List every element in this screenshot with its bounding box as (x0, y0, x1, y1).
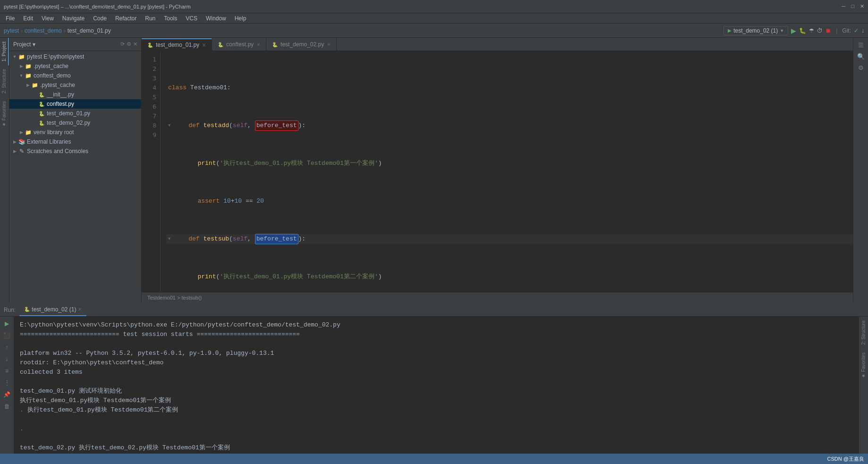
stop-btn[interactable]: ⏹ (825, 27, 831, 34)
tab-test01-close[interactable]: ✕ (202, 43, 206, 48)
conftest-demo-icon: 📁 (25, 73, 32, 79)
menu-code[interactable]: Code (89, 14, 111, 23)
debug-btn[interactable]: 🐛 (799, 27, 806, 34)
git-label: Git: (842, 27, 851, 34)
menu-run[interactable]: Run (141, 14, 159, 23)
close-btn[interactable]: ✕ (860, 3, 864, 9)
menubar: File Edit View Navigate Code Refactor Ru… (0, 13, 868, 24)
run-tab-close[interactable]: ✕ (78, 307, 82, 312)
scratches-arrow: ▶ (11, 149, 18, 154)
tree-conftest-demo-label: conftest_demo (34, 72, 71, 79)
run-structure-label[interactable]: 2: Structure (859, 317, 868, 349)
run-output-line-7 (20, 377, 853, 387)
tree-scratches[interactable]: ▶ ✎ Scratches and Consoles (9, 146, 141, 156)
venv-icon: 📁 (25, 129, 32, 136)
code-content[interactable]: class Testdemo01: ▼ def testadd(self, be… (161, 51, 853, 292)
venv-arrow: ▶ (18, 130, 25, 135)
run-output-line-10: . 执行test_demo_01.py模块 Testdemo01第二个案例 (20, 405, 853, 415)
rt-icon-2[interactable]: 🔍 (855, 51, 867, 61)
conftest-py-icon: 🐍 (38, 102, 45, 107)
code-editor[interactable]: 1 2 3 4 5 6 7 8 9 class Testdemo01: ▼ de… (142, 51, 853, 292)
tab-test-demo-01[interactable]: 🐍 test_demo_01.py ✕ (142, 38, 212, 51)
tree-ext-libs[interactable]: ▶ 📚 External Libraries (9, 137, 141, 146)
run-stop-icon[interactable]: ⬛ (2, 330, 12, 341)
tree-conftest-demo[interactable]: ▼ 📁 conftest_demo (9, 71, 141, 80)
tree-init-py[interactable]: 🐍 __init__.py (9, 90, 141, 99)
menu-view[interactable]: View (38, 14, 58, 23)
tab-test02-close[interactable]: ✕ (327, 42, 331, 47)
menu-navigate[interactable]: Navigate (59, 14, 88, 23)
tab-test-demo-02[interactable]: 🐍 test_demo_02.py ✕ (266, 38, 337, 51)
tree-inner-pytest-cache[interactable]: ▶ 📁 .pytest_cache (9, 80, 141, 90)
editor-status: Testdemo01 > testsub() (142, 292, 853, 302)
rt-icon-3[interactable]: ⚙ (855, 62, 867, 73)
settings-icon[interactable]: ⚙ (127, 41, 131, 47)
sync-icon[interactable]: ⟳ (120, 41, 125, 47)
pytest-cache-arrow: ▶ (18, 64, 25, 69)
run-play-icon[interactable]: ▶ (2, 318, 12, 329)
profile-btn[interactable]: ⏱ (817, 27, 823, 34)
tree-pytest-cache-label: .pytest_cache (34, 63, 68, 69)
run-favorites-label[interactable]: ★ Favorites (859, 349, 868, 382)
line-numbers: 1 2 3 4 5 6 7 8 9 (142, 51, 161, 292)
menu-refactor[interactable]: Refactor (111, 14, 140, 23)
breadcrumb-conftest-demo[interactable]: conftest_demo (25, 27, 62, 34)
run-tab-bar: Run: 🐍 test_demo_02 (1) ✕ (0, 303, 868, 317)
run-delete-icon[interactable]: 🗑 (2, 401, 12, 412)
tree-test-demo-01[interactable]: 🐍 test_demo_01.py (9, 109, 141, 118)
structure-tab-label[interactable]: 2: Structure (0, 65, 9, 97)
breadcrumb-sep1: › (21, 27, 23, 34)
menu-vcs[interactable]: VCS (182, 14, 201, 23)
dropdown-arrow-icon: ▼ (780, 28, 784, 33)
tab-conftest-close[interactable]: ✕ (256, 42, 260, 47)
run-tab-test02[interactable]: 🐍 test_demo_02 (1) ✕ (19, 304, 86, 316)
rt-icon-1[interactable]: ☰ (855, 40, 867, 50)
code-line-6: print('执行test_demo_01.py模块 Testdemo01第二个… (166, 272, 853, 282)
tree-conftest-py[interactable]: 🐍 conftest.py (9, 99, 141, 109)
menu-help[interactable]: Help (231, 14, 250, 23)
run-output-line-6: collected 3 items (20, 368, 853, 377)
conftest-demo-arrow: ▼ (18, 73, 25, 78)
run-label: Run: (4, 307, 16, 313)
tab-conftest[interactable]: 🐍 conftest.py ✕ (212, 38, 266, 51)
run-filter-icon[interactable]: ≡ (2, 366, 12, 376)
ext-libs-icon: 📚 (18, 138, 26, 145)
favorites-tab-label[interactable]: ★ Favorites (0, 97, 9, 131)
close-panel-icon[interactable]: ✕ (133, 41, 137, 47)
tree-scratches-label: Scratches and Consoles (27, 148, 88, 155)
run-config-dropdown[interactable]: ▶ test_demo_02 (1) ▼ (723, 26, 788, 35)
maximize-btn[interactable]: □ (851, 3, 854, 9)
code-line-3: print('执行test_demo_01.py模块 Testdemo01第一个… (166, 159, 853, 168)
menu-window[interactable]: Window (202, 14, 230, 23)
tree-root[interactable]: ▼ 📁 pytest E:\python\pytest (9, 52, 141, 61)
menu-tools[interactable]: Tools (160, 14, 181, 23)
root-arrow-icon: ▼ (11, 54, 18, 59)
minimize-btn[interactable]: ─ (842, 3, 846, 9)
tab-bar: 🐍 test_demo_01.py ✕ 🐍 conftest.py ✕ 🐍 te… (142, 38, 853, 51)
tree-venv[interactable]: ▶ 📁 venv library root (9, 128, 141, 137)
git-checkmark[interactable]: ✓ (854, 27, 859, 34)
menu-edit[interactable]: Edit (19, 14, 37, 23)
menu-file[interactable]: File (2, 14, 18, 23)
code-line-4: assert 10+10 == 20 (166, 197, 853, 206)
run-output-line-13 (20, 434, 853, 443)
breadcrumb-file[interactable]: test_demo_01.py (68, 27, 111, 34)
run-list-icon[interactable]: ⋮ (2, 378, 12, 388)
run-scroll-up-icon[interactable]: ↑ (2, 342, 12, 352)
run-pin-icon[interactable]: 📌 (2, 389, 12, 400)
code-line-2: ▼ def testadd(self, before_test): (166, 121, 853, 130)
run-with-coverage-btn[interactable]: ☂ (809, 27, 814, 34)
project-tab-label[interactable]: 1: Project (0, 38, 9, 65)
git-update-btn[interactable]: ↓ (861, 27, 864, 34)
main-layout: 1: Project 2: Structure ★ Favorites Proj… (0, 38, 868, 302)
run-play-btn[interactable]: ▶ (791, 27, 796, 34)
tree-pytest-cache[interactable]: ▶ 📁 .pytest_cache (9, 61, 141, 71)
code-line-1: class Testdemo01: (166, 83, 853, 93)
run-output-line-14: test_demo_02.py 执行test_demo_02.py模块 Test… (20, 443, 853, 453)
tree-test-demo-02[interactable]: 🐍 test_demo_02.py (9, 118, 141, 128)
file-tree: ▼ 📁 pytest E:\python\pytest ▶ 📁 .pytest_… (9, 51, 141, 302)
breadcrumb-pytest[interactable]: pytest (4, 27, 19, 34)
run-scroll-down-icon[interactable]: ↓ (2, 354, 12, 364)
tab-test02-icon: 🐍 (272, 42, 278, 47)
tree-conftest-label: conftest.py (47, 101, 74, 107)
